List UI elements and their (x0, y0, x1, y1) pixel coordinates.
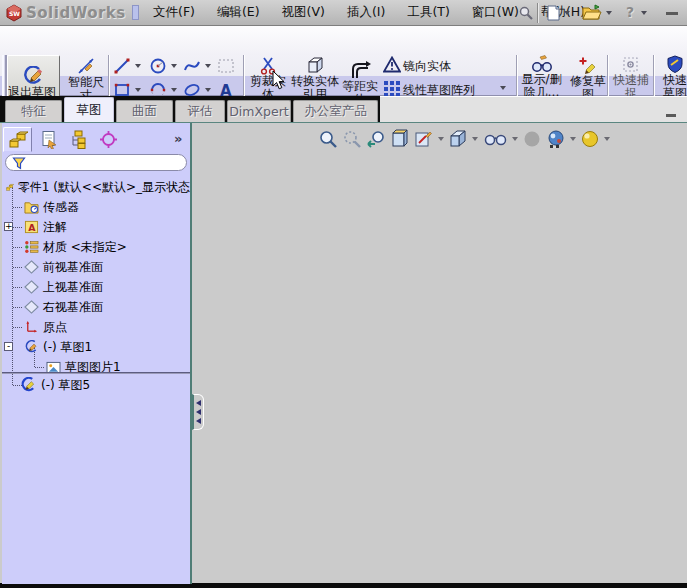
menu-file[interactable]: 文件(F) (142, 1, 206, 24)
menu-grip[interactable] (132, 5, 139, 20)
menu-view[interactable]: 视图(V) (271, 1, 336, 24)
display-style-icon[interactable] (448, 129, 468, 149)
filter-input[interactable] (5, 154, 187, 171)
menu-insert[interactable]: 插入(I) (336, 1, 396, 24)
edit-appearance-icon[interactable] (522, 129, 542, 149)
open-document-dropdown[interactable] (606, 11, 612, 15)
display-style-dropdown[interactable] (472, 137, 478, 141)
zoom-to-fit-icon[interactable] (318, 129, 338, 149)
mirror-entities-icon[interactable] (383, 56, 401, 73)
zoom-to-area-icon[interactable] (342, 129, 362, 149)
tree-item-annotations[interactable]: A 注解 (24, 217, 67, 237)
help-icon[interactable]: ? (626, 4, 634, 20)
tree-connector (12, 187, 13, 385)
view-settings-dropdown[interactable] (604, 137, 610, 141)
section-view-icon[interactable] (390, 129, 410, 149)
convert-entities-icon (306, 56, 325, 75)
expand-box-sketch1[interactable]: - (4, 342, 13, 351)
sketch-plane-dropdown[interactable] (438, 137, 444, 141)
menu-tools[interactable]: 工具(T) (396, 1, 460, 24)
plane-icon (24, 260, 39, 274)
tree-item-material[interactable]: 材质 <未指定> (24, 237, 127, 257)
tree-root-part[interactable]: 零件1 (默认<<默认>_显示状态 (6, 177, 190, 197)
spline-tool-icon[interactable] (183, 57, 201, 75)
tab-dimxpert[interactable]: DimXpert (227, 100, 291, 122)
tab-features[interactable]: 特征 (5, 100, 62, 122)
apply-scene-dropdown[interactable] (570, 137, 576, 141)
tab-office-products[interactable]: 办公室产品 (293, 100, 378, 122)
previous-view-icon[interactable] (366, 129, 386, 149)
apply-scene-icon[interactable] (546, 129, 566, 149)
dimxpertmanager-tab[interactable] (94, 127, 123, 152)
tree-item-origin[interactable]: 原点 (24, 317, 67, 337)
dimxpertmanager-icon (99, 130, 118, 149)
tree-item-sketch-picture[interactable]: 草图图片1 (46, 357, 121, 377)
tree-item-top-plane[interactable]: 上视基准面 (24, 277, 103, 297)
arc-tool-dropdown[interactable] (171, 88, 177, 92)
configurationmanager-tab[interactable] (64, 127, 93, 152)
spline-tool-dropdown[interactable] (205, 64, 211, 68)
collapse-arrow-icon (196, 418, 201, 424)
tab-evaluate[interactable]: 评估 (175, 100, 225, 122)
linear-sketch-pattern-dropdown[interactable] (500, 86, 506, 90)
tree-connector (13, 267, 22, 268)
app-title: SolidWorks (26, 4, 126, 22)
panel-expand-chevrons[interactable]: » (174, 131, 182, 146)
featuremanager-panel: » (2, 123, 192, 584)
sketch-3d-tool-icon[interactable] (217, 57, 235, 75)
tab-surfaces[interactable]: 曲面 (116, 100, 173, 122)
mirror-entities-label[interactable]: 镜向实体 (403, 58, 451, 75)
featuremanager-tab[interactable] (3, 127, 32, 152)
tree-item-label: (-) 草图5 (41, 377, 90, 394)
material-icon (24, 240, 39, 254)
hide-show-items-dropdown[interactable] (512, 137, 518, 141)
line-tool-dropdown[interactable] (135, 64, 141, 68)
panel-splitter-handle[interactable] (192, 394, 204, 430)
propertymanager-tab[interactable] (34, 127, 63, 152)
rectangle-tool-dropdown[interactable] (135, 88, 141, 92)
tree-item-label: 前视基准面 (43, 259, 103, 276)
tree-item-sketch5[interactable]: (-) 草图5 (20, 375, 90, 395)
line-tool-icon[interactable] (113, 57, 131, 75)
sensors-folder-icon (24, 200, 39, 214)
tree-item-label: 传感器 (43, 199, 79, 216)
tab-sketch[interactable]: 草图 (64, 97, 114, 122)
tree-item-sketch1[interactable]: (-) 草图1 (24, 337, 92, 357)
new-document-icon[interactable] (546, 5, 561, 21)
plane-icon (24, 300, 39, 314)
tree-connector (13, 207, 22, 208)
new-document-dropdown[interactable] (564, 11, 570, 15)
collapse-arrow-icon (196, 409, 201, 415)
tree-item-right-plane[interactable]: 右视基准面 (24, 297, 103, 317)
help-dropdown[interactable] (641, 11, 647, 15)
tree-item-label: 原点 (43, 319, 67, 336)
tree-connector (35, 367, 44, 368)
tree-root-label: 零件1 (默认<<默认>_显示状态 (18, 179, 190, 196)
document-minimize-button[interactable] (666, 114, 676, 117)
ellipse-tool-dropdown[interactable] (205, 88, 211, 92)
circle-tool-dropdown[interactable] (171, 64, 177, 68)
title-menu-bar: SW SolidWorks 文件(F) 编辑(E) 视图(V) 插入(I) 工具… (0, 0, 687, 26)
open-document-icon[interactable] (582, 4, 602, 21)
sketch-plane-icon[interactable] (414, 129, 434, 149)
expand-box-annotations[interactable]: + (4, 222, 13, 231)
search-icon[interactable] (518, 5, 534, 21)
graphics-viewport[interactable] (194, 123, 687, 584)
convert-entities-button[interactable]: 转换实体引用 (291, 56, 339, 101)
exit-sketch-icon (23, 66, 45, 86)
hide-show-items-icon[interactable] (482, 129, 508, 149)
circle-tool-icon[interactable] (149, 57, 167, 75)
minimize-button[interactable] (666, 12, 678, 15)
quick-snaps-icon (621, 55, 641, 74)
display-delete-relations-button[interactable]: 显示/删除几… (518, 55, 565, 99)
tree-item-sensors[interactable]: 传感器 (24, 197, 79, 217)
repair-sketch-button[interactable]: 修复草图 (566, 56, 610, 101)
menu-edit[interactable]: 编辑(E) (206, 1, 271, 24)
linear-sketch-pattern-icon[interactable] (383, 80, 400, 97)
tree-item-front-plane[interactable]: 前视基准面 (24, 257, 103, 277)
quick-snaps-button[interactable]: 快速捕捉 (609, 55, 653, 100)
collapse-arrow-icon (196, 400, 201, 406)
rapid-sketch-button[interactable]: 快速草图 (658, 55, 687, 100)
view-settings-icon[interactable] (580, 129, 600, 149)
mouse-cursor (272, 70, 285, 90)
